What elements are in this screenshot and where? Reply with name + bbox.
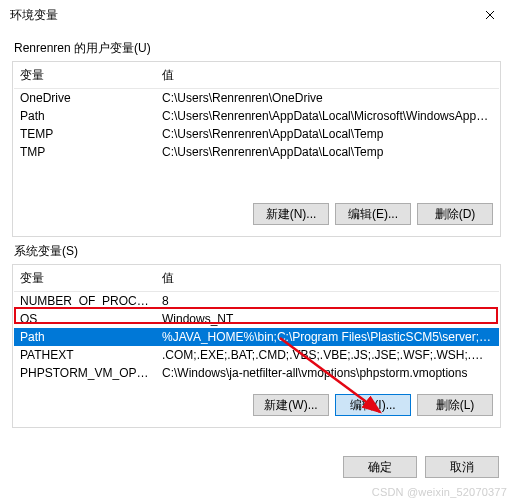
edit-system-var-button[interactable]: 编辑(I)... [335,394,411,416]
watermark: CSDN @weixin_52070377 [372,486,507,498]
list-item[interactable]: OSWindows_NT [14,310,499,328]
cancel-button[interactable]: 取消 [425,456,499,478]
close-icon [485,10,495,20]
list-item[interactable]: NUMBER_OF_PROCESSORS8 [14,292,499,310]
list-item[interactable]: PHPSTORM_VM_OPTIONSC:\Windows\ja-netfilt… [14,364,499,382]
col-header-value[interactable]: 值 [156,63,499,88]
var-name: OneDrive [14,90,156,106]
var-value: C:\Users\Renrenren\AppData\Local\Temp [156,126,499,142]
dialog-footer: 确定 取消 [343,456,499,478]
list-item[interactable]: TMPC:\Users\Renrenren\AppData\Local\Temp [14,143,499,161]
ok-button[interactable]: 确定 [343,456,417,478]
window-title: 环境变量 [10,7,58,24]
system-vars-list[interactable]: 变量 值 NUMBER_OF_PROCESSORS8 OSWindows_NT … [14,266,499,386]
list-item[interactable]: OneDriveC:\Users\Renrenren\OneDrive [14,89,499,107]
col-header-name[interactable]: 变量 [14,266,156,291]
col-header-value[interactable]: 值 [156,266,499,291]
var-value: .COM;.EXE;.BAT;.CMD;.VBS;.VBE;.JS;.JSE;.… [156,347,499,363]
titlebar: 环境变量 [0,0,513,30]
list-item[interactable]: PathC:\Users\Renrenren\AppData\Local\Mic… [14,107,499,125]
system-vars-group: 变量 值 NUMBER_OF_PROCESSORS8 OSWindows_NT … [12,264,501,428]
var-name: Path [14,108,156,124]
list-item-selected[interactable]: Path%JAVA_HOME%\bin;C:\Program Files\Pla… [14,328,499,346]
user-list-header: 变量 值 [14,63,499,89]
var-name: TEMP [14,126,156,142]
var-name: PROCESSOR_ARCHITECTURE [14,383,156,386]
user-vars-list[interactable]: 变量 值 OneDriveC:\Users\Renrenren\OneDrive… [14,63,499,195]
dialog-content: Renrenren 的用户变量(U) 变量 值 OneDriveC:\Users… [0,30,513,428]
list-item[interactable]: PATHEXT.COM;.EXE;.BAT;.CMD;.VBS;.VBE;.JS… [14,346,499,364]
var-name: TMP [14,144,156,160]
var-name: NUMBER_OF_PROCESSORS [14,293,156,309]
new-system-var-button[interactable]: 新建(W)... [253,394,329,416]
edit-user-var-button[interactable]: 编辑(E)... [335,203,411,225]
col-header-name[interactable]: 变量 [14,63,156,88]
delete-system-var-button[interactable]: 删除(L) [417,394,493,416]
close-button[interactable] [475,4,505,26]
var-name: OS [14,311,156,327]
delete-user-var-button[interactable]: 删除(D) [417,203,493,225]
var-name: PATHEXT [14,347,156,363]
system-list-header: 变量 值 [14,266,499,292]
system-buttons: 新建(W)... 编辑(I)... 删除(L) [14,386,499,426]
system-vars-label: 系统变量(S) [14,243,501,260]
user-buttons: 新建(N)... 编辑(E)... 删除(D) [14,195,499,235]
var-value: C:\Users\Renrenren\AppData\Local\Microso… [156,108,499,124]
var-value: Windows_NT [156,311,499,327]
var-value: C:\Users\Renrenren\OneDrive [156,90,499,106]
var-value: 8 [156,293,499,309]
list-item[interactable]: TEMPC:\Users\Renrenren\AppData\Local\Tem… [14,125,499,143]
var-name: PHPSTORM_VM_OPTIONS [14,365,156,381]
var-value: C:\Users\Renrenren\AppData\Local\Temp [156,144,499,160]
new-user-var-button[interactable]: 新建(N)... [253,203,329,225]
list-item[interactable]: PROCESSOR_ARCHITECTUREAMD64 [14,382,499,386]
var-value: %JAVA_HOME%\bin;C:\Program Files\Plastic… [156,329,499,345]
user-vars-label: Renrenren 的用户变量(U) [14,40,501,57]
var-name: Path [14,329,156,345]
var-value: C:\Windows\ja-netfilter-all\vmoptions\ph… [156,365,499,381]
var-value: AMD64 [156,383,499,386]
user-vars-group: 变量 值 OneDriveC:\Users\Renrenren\OneDrive… [12,61,501,237]
env-variables-dialog: 环境变量 Renrenren 的用户变量(U) 变量 值 OneDriveC:\… [0,0,513,500]
